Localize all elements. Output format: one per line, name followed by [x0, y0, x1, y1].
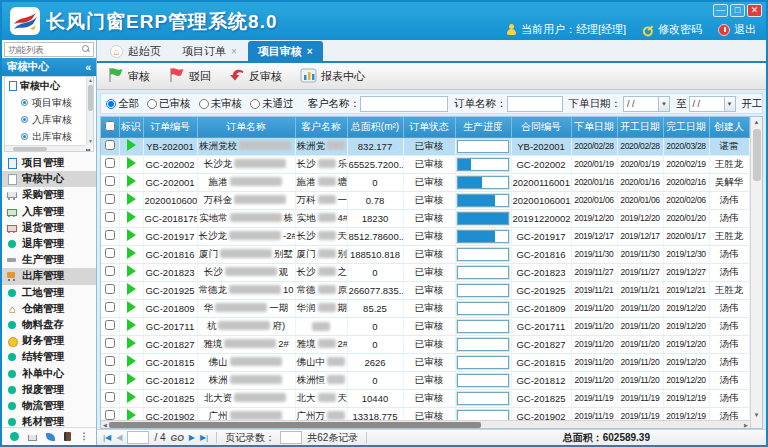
scroll-left-icon[interactable]: ◀ — [101, 421, 109, 429]
tree-item-3[interactable]: 出库审核 — [5, 128, 93, 145]
page-number-input[interactable] — [127, 431, 149, 444]
table-row[interactable]: GC-201815佛山佛山中仓库2626已审核GC-2018152019/11/… — [101, 353, 749, 371]
scroll-down-icon[interactable]: ▼ — [751, 410, 762, 420]
scroll-up-icon[interactable]: ▲ — [751, 117, 762, 127]
tab-起始页[interactable]: ⌂起始页 — [100, 41, 171, 61]
order-date-from-picker[interactable]: / /▼ — [623, 96, 670, 112]
table-row[interactable]: GC-201917长沙龙-2#长沙天..8512.78600..已审核GC-20… — [101, 227, 749, 245]
tree-root[interactable]: 审核中心 — [5, 77, 93, 94]
tab-项目审核[interactable]: 项目审核× — [248, 41, 323, 61]
报表中心-button[interactable]: 报表中心 — [300, 68, 365, 85]
function-search[interactable] — [4, 42, 94, 57]
table-row[interactable]: 20200106001万科金万科一期0.78已审核202001060012020… — [101, 191, 749, 209]
radio-input-全部[interactable] — [106, 99, 116, 109]
page-size-input[interactable] — [280, 431, 302, 444]
sidebar-item-审核中心[interactable]: 审核中心 — [2, 171, 96, 187]
column-header-标识[interactable]: 标识 — [119, 117, 143, 137]
table-row[interactable]: GC-201711杭府)0已审核GC-2017112019/11/202019/… — [101, 317, 749, 335]
sidebar-item-退库管理[interactable]: 退库管理 — [2, 236, 96, 252]
column-header-订单名称[interactable]: 订单名称 — [197, 117, 295, 137]
sidebar-item-出库管理[interactable]: 出库管理 — [2, 268, 96, 284]
radio-input-已审核[interactable] — [147, 99, 157, 109]
column-header-选择[interactable] — [101, 117, 119, 137]
sidebar-item-报废管理[interactable]: 报废管理 — [2, 382, 96, 398]
row-checkbox[interactable] — [105, 302, 115, 312]
maximize-button[interactable]: □ — [730, 4, 745, 17]
sidebar-item-项目管理[interactable]: 项目管理 — [2, 155, 96, 171]
change-password-button[interactable]: 修改密码 — [642, 22, 702, 37]
function-search-input[interactable] — [5, 45, 82, 55]
column-header-完工日期[interactable]: 完工日期 — [663, 117, 709, 137]
sidebar-item-生产管理[interactable]: 生产管理 — [2, 252, 96, 268]
order-date-to-picker[interactable]: / /▼ — [689, 96, 736, 112]
footer-book-icon[interactable] — [64, 432, 71, 441]
order-name-input[interactable] — [507, 96, 563, 112]
minimize-button[interactable]: — — [713, 4, 728, 17]
radio-input-未通过[interactable] — [250, 99, 260, 109]
sidebar-item-仓储管理[interactable]: ⌂仓储管理 — [2, 301, 96, 317]
row-checkbox[interactable] — [105, 176, 115, 186]
tree-horizontal-scrollbar[interactable] — [5, 145, 86, 151]
sidebar-item-工地管理[interactable]: 工地管理 — [2, 285, 96, 301]
footer-dot-icon[interactable] — [10, 432, 19, 441]
table-row[interactable]: GC-201809华一期华润期85.25已审核GC-2018092019/11/… — [101, 299, 749, 317]
row-checkbox[interactable] — [105, 140, 115, 150]
column-header-总面积(m²)[interactable]: 总面积(m²) — [347, 117, 403, 137]
last-page-button[interactable]: ▶| — [200, 433, 208, 442]
prev-page-button[interactable]: ◀ — [116, 433, 122, 442]
tab-close-icon[interactable]: × — [307, 46, 313, 57]
column-header-客户名称[interactable]: 客户名称 — [295, 117, 347, 137]
row-checkbox[interactable] — [105, 158, 115, 168]
radio-未通过[interactable]: 未通过 — [250, 97, 294, 111]
table-row[interactable]: YB-202001株洲党校株洲党员..832.177已审核YB-20200120… — [101, 137, 749, 155]
tree-scroll-thumb[interactable] — [88, 85, 93, 111]
go-button[interactable]: GO — [171, 433, 184, 443]
审核-button[interactable]: 审核 — [107, 67, 150, 85]
row-checkbox[interactable] — [105, 320, 115, 330]
反审核-button[interactable]: 反审核 — [229, 68, 282, 84]
column-header-创建人[interactable]: 创建人 — [709, 117, 749, 137]
row-checkbox[interactable] — [105, 392, 115, 402]
column-header-下单日期[interactable]: 下单日期 — [571, 117, 617, 137]
sidebar-item-耗材管理[interactable]: 耗材管理 — [2, 414, 96, 427]
tree-item-1[interactable]: 项目审核 — [5, 94, 93, 111]
tree-vertical-scrollbar[interactable]: ▲ ▼ — [86, 77, 93, 145]
sidebar-item-入库管理[interactable]: 入库管理 — [2, 204, 96, 220]
sidebar-item-财务管理[interactable]: 财务管理 — [2, 333, 96, 349]
sidebar-item-采购管理[interactable]: 采购管理 — [2, 187, 96, 203]
scroll-right-icon[interactable]: ▶ — [742, 421, 750, 429]
row-checkbox[interactable] — [105, 194, 115, 204]
radio-全部[interactable]: 全部 — [106, 97, 139, 111]
collapse-icon[interactable]: « — [85, 61, 91, 73]
row-checkbox[interactable] — [105, 356, 115, 366]
radio-input-未审核[interactable] — [199, 99, 209, 109]
customer-name-input[interactable] — [360, 96, 448, 112]
select-all-checkbox[interactable] — [105, 121, 115, 131]
row-checkbox[interactable] — [105, 410, 115, 420]
table-vscroll-thumb[interactable] — [753, 129, 761, 181]
column-header-合同编号[interactable]: 合同编号 — [511, 117, 571, 137]
row-checkbox[interactable] — [105, 248, 115, 258]
sidebar-item-退货管理[interactable]: 退货管理 — [2, 220, 96, 236]
tab-项目订单[interactable]: 项目订单× — [172, 41, 247, 61]
sidebar-item-物流管理[interactable]: 物流管理 — [2, 398, 96, 414]
first-page-button[interactable]: |◀ — [103, 433, 111, 442]
table-row[interactable]: GC-2018178实地常栋实地4#..18230已审核201912200022… — [101, 209, 749, 227]
table-row[interactable]: GC-201902广州广州万森林13318.775已审核GC-201902201… — [101, 407, 749, 420]
row-checkbox[interactable] — [105, 374, 115, 384]
column-header-订单状态[interactable]: 订单状态 — [403, 117, 455, 137]
row-checkbox[interactable] — [105, 266, 115, 276]
tab-close-icon[interactable]: × — [231, 46, 237, 57]
table-vertical-scrollbar[interactable]: ▲ ▼ — [750, 117, 762, 428]
logout-button[interactable]: 退出 — [718, 22, 756, 37]
table-row[interactable]: GC-201827雅境2#雅境2#0已审核GC-2018272019/11/20… — [101, 335, 749, 353]
column-header-生产进度[interactable]: 生产进度 — [455, 117, 511, 137]
column-header-开工日期[interactable]: 开工日期 — [617, 117, 663, 137]
footer-more-icon[interactable]: ⋮ — [80, 432, 89, 441]
close-button[interactable]: ✕ — [747, 4, 762, 17]
sidebar-item-补单中心[interactable]: 补单中心 — [2, 365, 96, 381]
tree-item-2[interactable]: 入库审核 — [5, 111, 93, 128]
row-checkbox[interactable] — [105, 284, 115, 294]
footer-cart2-icon[interactable] — [28, 435, 37, 441]
table-row[interactable]: GC-202002长沙龙长沙乐..65525.7200..已审核GC-20200… — [101, 155, 749, 173]
